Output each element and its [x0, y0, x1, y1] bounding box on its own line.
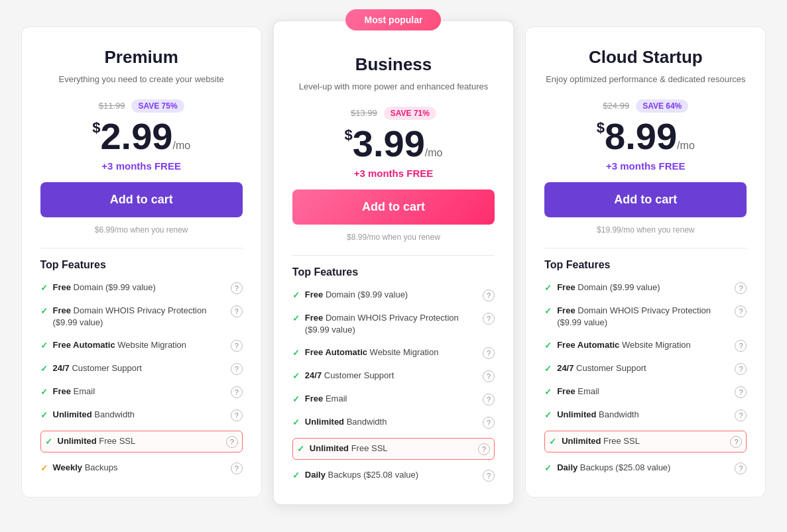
- checkmark-premium-5: ✓: [40, 410, 48, 420]
- info-icon-cloud-startup-5[interactable]: ?: [735, 409, 747, 421]
- info-icon-business-4[interactable]: ?: [483, 394, 495, 405]
- feature-item-cloud-startup-1: ✓ Free Domain WHOIS Privacy Protection (…: [544, 303, 747, 330]
- feature-left-cloud-startup-2: ✓ Free Automatic Website Migration: [544, 339, 735, 351]
- feature-left-business-4: ✓ Free Email: [292, 393, 483, 405]
- info-icon-premium-4[interactable]: ?: [231, 386, 243, 398]
- feature-text-business-4: Free Email: [305, 393, 347, 405]
- period-premium: /mo: [172, 140, 190, 151]
- feature-item-business-5: ✓ Unlimited Bandwidth ?: [292, 415, 495, 430]
- divider-business: [292, 255, 495, 256]
- info-icon-premium-0[interactable]: ?: [231, 282, 243, 294]
- info-icon-cloud-startup-6[interactable]: ?: [730, 436, 742, 448]
- feature-text-business-1: Free Domain WHOIS Privacy Protection ($9…: [305, 312, 483, 336]
- period-cloud-startup: /mo: [677, 140, 695, 151]
- checkmark-cloud-startup-4: ✓: [544, 387, 552, 397]
- info-icon-cloud-startup-3[interactable]: ?: [735, 363, 747, 375]
- info-icon-premium-2[interactable]: ?: [231, 340, 243, 352]
- info-icon-business-0[interactable]: ?: [483, 290, 495, 301]
- divider-cloud-startup: [544, 248, 747, 248]
- feature-item-cloud-startup-0: ✓ Free Domain ($9.99 value) ?: [544, 280, 747, 295]
- checkmark-premium-7: ✓: [40, 463, 48, 473]
- info-icon-cloud-startup-4[interactable]: ?: [735, 386, 747, 398]
- checkmark-cloud-startup-5: ✓: [544, 410, 552, 420]
- renew-price-cloud-startup: $19.99/mo when you renew: [544, 225, 747, 235]
- feature-item-premium-6: ✓ Unlimited Free SSL ?: [40, 431, 243, 452]
- renew-price-premium: $6.99/mo when you renew: [40, 225, 243, 235]
- feature-text-business-5: Unlimited Bandwidth: [305, 416, 387, 428]
- checkmark-business-0: ✓: [292, 290, 300, 300]
- feature-item-cloud-startup-2: ✓ Free Automatic Website Migration ?: [544, 338, 747, 353]
- pricing-container: PremiumEverything you need to create you…: [16, 27, 772, 505]
- checkmark-cloud-startup-3: ✓: [544, 364, 552, 374]
- info-icon-cloud-startup-7[interactable]: ?: [735, 462, 747, 474]
- feature-left-premium-0: ✓ Free Domain ($9.99 value): [40, 282, 231, 293]
- info-icon-business-5[interactable]: ?: [483, 417, 495, 429]
- add-to-cart-btn-premium[interactable]: Add to cart: [40, 182, 243, 217]
- feature-left-cloud-startup-1: ✓ Free Domain WHOIS Privacy Protection (…: [544, 305, 735, 329]
- feature-left-cloud-startup-5: ✓ Unlimited Bandwidth: [544, 409, 735, 421]
- feature-text-premium-4: Free Email: [53, 386, 95, 398]
- plan-desc-cloud-startup: Enjoy optimized performance & dedicated …: [544, 73, 747, 86]
- info-icon-premium-7[interactable]: ?: [231, 462, 243, 474]
- amount-premium: 2.99: [100, 115, 172, 157]
- pricing-row-cloud-startup: $24.99 SAVE 64%: [544, 99, 747, 113]
- feature-left-premium-1: ✓ Free Domain WHOIS Privacy Protection (…: [40, 305, 231, 329]
- info-icon-premium-5[interactable]: ?: [231, 409, 243, 421]
- info-icon-business-6[interactable]: ?: [478, 443, 490, 455]
- checkmark-cloud-startup-2: ✓: [544, 341, 552, 350]
- checkmark-premium-4: ✓: [40, 387, 48, 397]
- top-features-title-premium: Top Features: [40, 259, 243, 271]
- checkmark-business-7: ✓: [292, 470, 300, 480]
- feature-item-business-2: ✓ Free Automatic Website Migration ?: [292, 345, 495, 360]
- feature-item-business-6: ✓ Unlimited Free SSL ?: [292, 438, 495, 460]
- checkmark-business-4: ✓: [292, 394, 300, 404]
- info-icon-premium-1[interactable]: ?: [231, 305, 243, 317]
- period-business: /mo: [425, 147, 443, 158]
- feature-left-cloud-startup-6: ✓ Unlimited Free SSL: [549, 435, 730, 447]
- feature-left-premium-4: ✓ Free Email: [40, 386, 231, 398]
- most-popular-badge: Most popular: [346, 9, 442, 30]
- info-icon-business-1[interactable]: ?: [483, 313, 495, 325]
- original-price-premium: $11.99: [99, 101, 125, 111]
- add-to-cart-btn-cloud-startup[interactable]: Add to cart: [544, 182, 747, 217]
- feature-left-premium-7: ✓ Weekly Backups: [40, 462, 231, 474]
- feature-item-premium-3: ✓ 24/7 Customer Support ?: [40, 361, 243, 376]
- feature-text-premium-7: Weekly Backups: [53, 462, 118, 474]
- feature-left-business-6: ✓ Unlimited Free SSL: [297, 443, 478, 454]
- feature-item-premium-4: ✓ Free Email ?: [40, 384, 243, 399]
- info-icon-cloud-startup-1[interactable]: ?: [735, 305, 747, 317]
- save-badge-business: SAVE 71%: [384, 107, 436, 120]
- feature-item-premium-7: ✓ Weekly Backups ?: [40, 460, 243, 476]
- info-icon-business-3[interactable]: ?: [483, 370, 495, 382]
- add-to-cart-btn-business[interactable]: Add to cart: [292, 189, 495, 225]
- current-price-business: $3.99/mo: [292, 125, 495, 162]
- feature-text-cloud-startup-4: Free Email: [557, 386, 599, 398]
- save-badge-cloud-startup: SAVE 64%: [636, 99, 688, 113]
- feature-item-business-3: ✓ 24/7 Customer Support ?: [292, 368, 495, 384]
- checkmark-business-6: ✓: [297, 444, 304, 454]
- info-icon-business-2[interactable]: ?: [483, 347, 495, 359]
- feature-item-cloud-startup-6: ✓ Unlimited Free SSL ?: [544, 431, 747, 452]
- feature-left-business-0: ✓ Free Domain ($9.99 value): [292, 289, 483, 301]
- checkmark-premium-2: ✓: [40, 341, 48, 350]
- feature-left-cloud-startup-7: ✓ Daily Backups ($25.08 value): [544, 462, 735, 474]
- renew-price-business: $8.99/mo when you renew: [292, 233, 495, 242]
- info-icon-cloud-startup-2[interactable]: ?: [735, 340, 747, 352]
- plan-name-cloud-startup: Cloud Startup: [544, 47, 747, 68]
- feature-left-business-3: ✓ 24/7 Customer Support: [292, 370, 483, 382]
- info-icon-cloud-startup-0[interactable]: ?: [735, 282, 747, 294]
- feature-text-cloud-startup-7: Daily Backups ($25.08 value): [557, 462, 670, 474]
- plan-name-business: Business: [292, 54, 495, 75]
- info-icon-premium-6[interactable]: ?: [226, 436, 238, 448]
- current-price-cloud-startup: $8.99/mo: [544, 118, 747, 155]
- plan-card-cloud-startup: Cloud StartupEnjoy optimized performance…: [525, 27, 766, 498]
- feature-item-premium-0: ✓ Free Domain ($9.99 value) ?: [40, 280, 243, 295]
- info-icon-premium-3[interactable]: ?: [231, 363, 243, 375]
- feature-item-premium-1: ✓ Free Domain WHOIS Privacy Protection (…: [40, 303, 243, 330]
- current-price-premium: $2.99/mo: [40, 118, 243, 155]
- feature-text-premium-3: 24/7 Customer Support: [53, 362, 142, 374]
- feature-text-premium-5: Unlimited Bandwidth: [53, 409, 135, 421]
- info-icon-business-7[interactable]: ?: [483, 470, 495, 482]
- plan-card-business: Most popularBusinessLevel-up with more p…: [272, 20, 515, 505]
- feature-item-cloud-startup-7: ✓ Daily Backups ($25.08 value) ?: [544, 460, 747, 476]
